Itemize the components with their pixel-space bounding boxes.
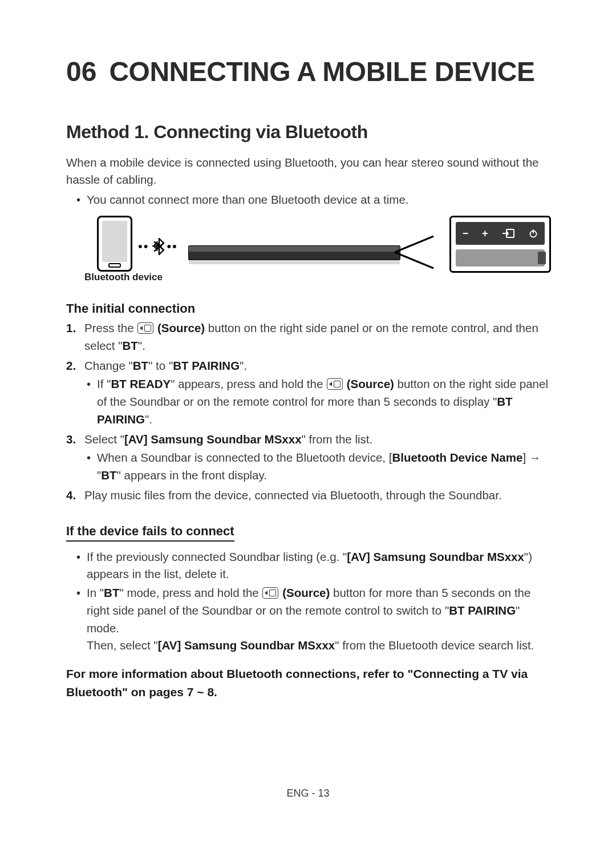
step-3-sub: When a Soundbar is connected to the Blue… (84, 449, 551, 484)
panel-button-row: − + (456, 222, 545, 245)
minus-button-icon: − (463, 228, 469, 240)
bluetooth-icon (153, 238, 165, 255)
chapter-heading: 06CONNECTING A MOBILE DEVICE (66, 56, 551, 87)
step-2-sub: If "BT READY" appears, press and hold th… (84, 375, 551, 428)
fails-list: If the previously connected Soundbar lis… (74, 548, 551, 655)
fails-heading: If the device fails to connect (66, 524, 234, 542)
source-icon (137, 322, 153, 334)
chapter-number: 06 (66, 56, 96, 87)
manual-page: 06CONNECTING A MOBILE DEVICE Method 1. C… (0, 0, 616, 844)
plus-button-icon: + (482, 228, 488, 240)
step-4: Play music files from the device, connec… (66, 487, 551, 504)
step-3-sub-item: When a Soundbar is connected to the Blue… (84, 449, 551, 484)
soundbar-icon (188, 245, 400, 260)
soundbar-side-panel-icon: − + (449, 216, 551, 273)
limitation-list: You cannot connect more than one Bluetoo… (74, 191, 551, 209)
panel-base-icon (456, 249, 545, 266)
chapter-title: CONNECTING A MOBILE DEVICE (109, 56, 534, 87)
limitation-item: You cannot connect more than one Bluetoo… (74, 191, 551, 209)
source-icon (327, 378, 343, 390)
phone-icon (97, 216, 132, 272)
step-2: Change "BT" to "BT PAIRING". If "BT READ… (66, 357, 551, 429)
initial-connection-heading: The initial connection (66, 301, 551, 316)
diagram-caption: Bluetooth device (84, 272, 163, 283)
source-button-icon (501, 228, 515, 239)
bluetooth-signal-icon: •• ⌖ •• (138, 236, 178, 256)
step-2-sub-item: If "BT READY" appears, press and hold th… (84, 375, 551, 428)
source-icon (262, 587, 278, 599)
intro-text: When a mobile device is connected using … (66, 154, 551, 188)
fails-item-2: In "BT" mode, press and hold the (Source… (74, 584, 551, 655)
step-3: Select "[AV] Samsung Soundbar MSxxx" fro… (66, 431, 551, 484)
initial-steps: Press the (Source) button on the right s… (66, 320, 551, 504)
section-heading: Method 1. Connecting via Bluetooth (66, 122, 551, 143)
power-button-icon (529, 229, 538, 238)
fails-item-1: If the previously connected Soundbar lis… (74, 548, 551, 584)
bluetooth-diagram: •• ⌖ •• − + (74, 216, 551, 284)
page-footer: ENG - 13 (0, 788, 616, 799)
more-info-note: For more information about Bluetooth con… (66, 665, 551, 701)
step-1: Press the (Source) button on the right s… (66, 320, 551, 355)
